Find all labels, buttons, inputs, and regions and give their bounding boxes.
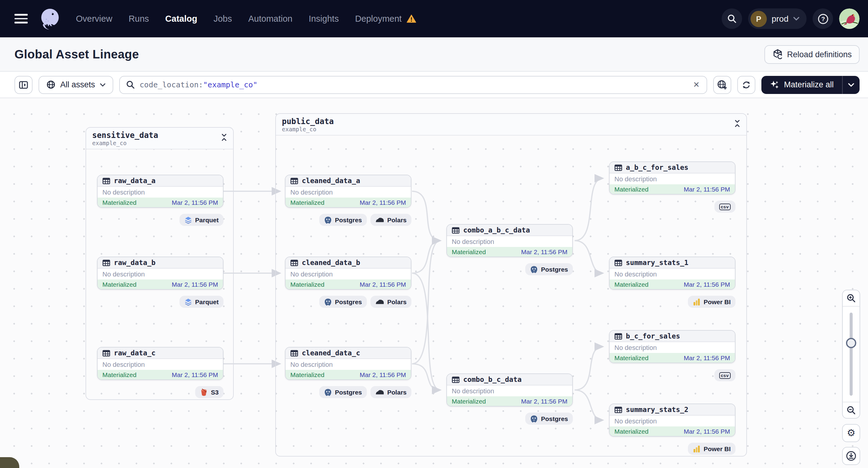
dagster-logo-icon[interactable] [38, 7, 61, 30]
asset-node-summary-stats-2[interactable]: summary_stats_2 No description Materiali… [609, 404, 736, 437]
status-badge: Materialized [452, 398, 486, 405]
minimap[interactable] [0, 457, 19, 468]
kind-badge-parquet[interactable]: Parquet [180, 296, 223, 308]
asset-node-raw-data-b[interactable]: raw_data_b No description MaterializedMa… [97, 257, 223, 290]
help-icon [817, 13, 829, 24]
materialization-timestamp[interactable]: Mar 2, 11:56 PM [684, 428, 730, 435]
user-avatar[interactable] [839, 8, 860, 29]
zoom-slider-handle[interactable] [846, 338, 856, 348]
materialization-timestamp[interactable]: Mar 2, 11:56 PM [684, 186, 730, 193]
kind-badge-postgres[interactable]: Postgres [319, 214, 367, 226]
table-icon [290, 177, 298, 185]
table-icon [102, 349, 110, 357]
asset-node-summary-stats-1[interactable]: summary_stats_1 No description Materiali… [609, 257, 736, 290]
collapse-group-icon[interactable] [221, 131, 227, 143]
asset-node-cleaned-data-b[interactable]: cleaned_data_b No description Materializ… [285, 257, 411, 290]
kind-badge-s3[interactable]: S3 [195, 386, 223, 398]
materialize-options-button[interactable] [842, 75, 860, 94]
table-icon [614, 163, 622, 171]
materialization-timestamp[interactable]: Mar 2, 11:56 PM [684, 281, 730, 288]
asset-badges: Power BI [609, 296, 736, 308]
asset-node-b-c-for-sales[interactable]: b_c_for_sales No description Materialize… [609, 330, 736, 363]
nav-item-deployment[interactable]: Deployment [355, 14, 416, 24]
deployment-switcher[interactable]: P prod [748, 8, 807, 29]
kind-badge-polars[interactable]: Polars [370, 386, 411, 398]
download-image-button[interactable] [842, 447, 860, 465]
help-button[interactable] [813, 8, 833, 29]
dagster-app: Overview Runs Catalog Jobs Automation In… [0, 0, 868, 468]
asset-node-cleaned-data-a[interactable]: cleaned_data_a No description Materializ… [285, 175, 411, 208]
kind-badge-parquet[interactable]: Parquet [180, 214, 223, 226]
zoom-control [842, 290, 860, 418]
kind-badge-powerbi[interactable]: Power BI [688, 296, 736, 308]
globe-icon [46, 80, 55, 89]
kind-badge-polars[interactable]: Polars [370, 296, 411, 308]
reload-definitions-button[interactable]: Reload definitions [764, 45, 860, 64]
graph-settings-button[interactable]: ⚙ [842, 424, 860, 442]
status-badge: Materialized [452, 248, 486, 255]
zoom-out-button[interactable] [843, 402, 860, 418]
postgres-icon [530, 265, 538, 273]
materialization-timestamp[interactable]: Mar 2, 11:56 PM [172, 371, 218, 378]
search-icon [126, 80, 135, 89]
materialization-timestamp[interactable]: Mar 2, 11:56 PM [521, 248, 567, 255]
asset-node-combo-b-c-data[interactable]: combo_b_c_data No description Materializ… [446, 373, 573, 407]
kind-badge-postgres[interactable]: Postgres [525, 413, 573, 425]
asset-node-combo-a-b-c-data[interactable]: combo_a_b_c_data No description Material… [446, 224, 573, 257]
refresh-icon [742, 80, 751, 89]
asset-badges: Postgres Polars [285, 296, 411, 308]
collapse-group-icon[interactable] [734, 117, 740, 129]
materialization-timestamp[interactable]: Mar 2, 11:56 PM [360, 371, 406, 378]
nav-item-automation[interactable]: Automation [248, 14, 292, 24]
status-badge: Materialized [290, 281, 324, 288]
group-header[interactable]: sensitive_data example_co [86, 128, 233, 149]
asset-badges: Postgres Polars [285, 214, 411, 226]
asset-node-cleaned-data-c[interactable]: cleaned_data_c No description Materializ… [285, 347, 411, 380]
asset-node-raw-data-c[interactable]: raw_data_c No description MaterializedMa… [97, 347, 223, 380]
status-badge: Materialized [102, 281, 136, 288]
postgres-icon [530, 415, 538, 423]
materialization-timestamp[interactable]: Mar 2, 11:56 PM [360, 281, 406, 288]
nav-item-catalog[interactable]: Catalog [165, 14, 197, 24]
materialization-timestamp[interactable]: Mar 2, 11:56 PM [360, 199, 406, 206]
status-badge: Materialized [614, 354, 648, 362]
nav-item-runs[interactable]: Runs [129, 14, 149, 24]
asset-node-raw-data-a[interactable]: raw_data_a No description MaterializedMa… [97, 175, 223, 208]
kind-badge-csv[interactable]: csv [714, 200, 736, 213]
parquet-icon [184, 298, 192, 306]
add-code-location-button[interactable] [713, 75, 732, 94]
kind-badge-polars[interactable]: Polars [370, 214, 411, 226]
asset-node-a-b-c-for-sales[interactable]: a_b_c_for_sales No description Materiali… [609, 161, 736, 194]
materialize-all-button[interactable]: Materialize all [762, 75, 842, 94]
asset-search-input[interactable]: code_location:"example_co" ✕ [119, 75, 708, 94]
nav-item-insights[interactable]: Insights [309, 14, 339, 24]
nav-item-overview[interactable]: Overview [76, 14, 112, 24]
refresh-button[interactable] [738, 75, 756, 94]
status-badge: Materialized [614, 281, 648, 288]
nav-right: P prod [722, 8, 860, 29]
page-header: Global Asset Lineage Reload definitions [0, 37, 868, 72]
table-icon [102, 177, 110, 185]
asset-scope-dropdown[interactable]: All assets [38, 75, 113, 94]
toggle-sidebar-button[interactable] [14, 75, 33, 94]
zoom-slider[interactable] [843, 307, 860, 402]
menu-icon[interactable] [14, 14, 28, 24]
global-search-button[interactable] [722, 8, 742, 29]
lineage-canvas[interactable]: sensitive_data example_co public_data ex… [0, 98, 868, 468]
asset-description: No description [610, 342, 735, 353]
group-header[interactable]: public_data example_co [276, 114, 746, 135]
materialization-timestamp[interactable]: Mar 2, 11:56 PM [684, 354, 730, 362]
materialization-timestamp[interactable]: Mar 2, 11:56 PM [521, 398, 567, 405]
materialization-timestamp[interactable]: Mar 2, 11:56 PM [172, 199, 218, 206]
materialization-timestamp[interactable]: Mar 2, 11:56 PM [172, 281, 218, 288]
nav-item-jobs[interactable]: Jobs [214, 14, 232, 24]
kind-badge-csv[interactable]: csv [714, 369, 736, 381]
clear-search-button[interactable]: ✕ [692, 80, 701, 89]
zoom-in-button[interactable] [843, 290, 860, 306]
kind-badge-postgres[interactable]: Postgres [319, 296, 367, 308]
kind-badge-powerbi[interactable]: Power BI [688, 443, 736, 455]
kind-badge-postgres[interactable]: Postgres [319, 386, 367, 398]
powerbi-icon [693, 298, 701, 306]
postgres-icon [324, 216, 332, 224]
kind-badge-postgres[interactable]: Postgres [525, 263, 573, 275]
